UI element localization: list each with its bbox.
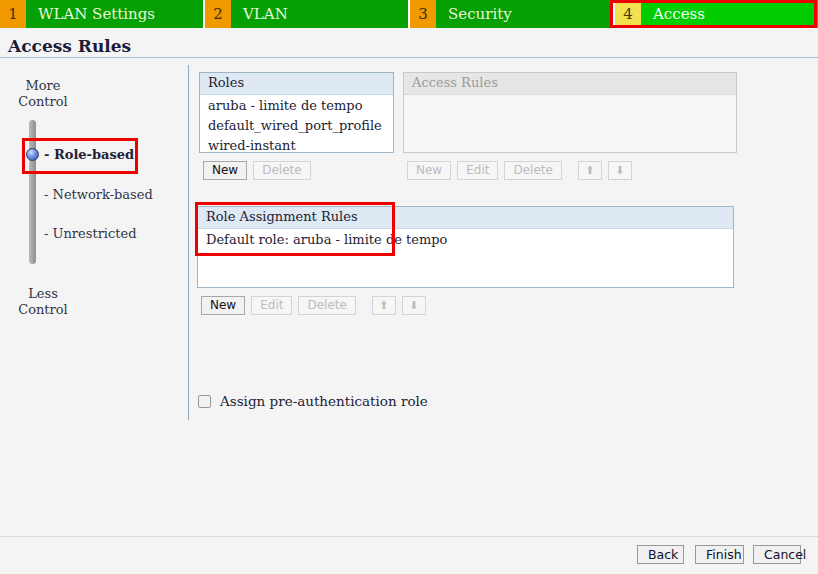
sidebar-option-role-based[interactable]: - Role-based: [44, 147, 134, 162]
tab-security-step-number: 3: [410, 0, 436, 28]
sidebar-option-network-based[interactable]: - Network-based: [44, 187, 153, 202]
preauth-checkbox-label: Assign pre-authentication role: [220, 393, 428, 409]
access-rules-delete-button[interactable]: Delete: [504, 161, 561, 180]
tab-vlan-label: VLAN: [231, 0, 408, 28]
roles-delete-button[interactable]: Delete: [253, 161, 310, 180]
access-rules-panel-buttons: New Edit Delete ⬆ ⬇: [407, 161, 632, 180]
access-rules-wizard-page: { "wizard": { "tabs": [ { "number": "1",…: [0, 0, 818, 574]
page-title: Access Rules: [8, 36, 131, 56]
title-divider: [0, 57, 818, 58]
less-control-label: Less Control: [8, 286, 78, 318]
role-assignment-edit-button[interactable]: Edit: [251, 296, 292, 315]
down-arrow-icon: ⬇: [615, 164, 624, 177]
access-rules-panel: Access Rules: [403, 72, 737, 153]
tab-wlan-settings[interactable]: 1 WLAN Settings: [0, 0, 203, 28]
tab-access-step-number: 4: [615, 0, 641, 28]
more-control-label: More Control: [8, 78, 78, 110]
access-rules-new-button[interactable]: New: [407, 161, 451, 180]
role-assignment-rule-row[interactable]: Default role: aruba - limite de tempo: [198, 229, 733, 249]
finish-button[interactable]: Finish: [695, 545, 744, 564]
control-slider-track[interactable]: [29, 120, 36, 264]
access-rules-edit-button[interactable]: Edit: [457, 161, 498, 180]
preauth-checkbox-row: Assign pre-authentication role: [198, 393, 428, 409]
tab-access-label: Access: [641, 0, 818, 28]
role-assignment-panel-header: Role Assignment Rules: [198, 207, 733, 229]
access-rules-move-up-button[interactable]: ⬆: [578, 161, 602, 180]
tab-vlan[interactable]: 2 VLAN: [205, 0, 408, 28]
sidebar-divider: [188, 65, 189, 420]
role-assignment-move-down-button[interactable]: ⬇: [402, 296, 426, 315]
preauth-checkbox[interactable]: [198, 395, 211, 408]
roles-panel-buttons: New Delete: [203, 161, 311, 180]
roles-list-item[interactable]: wired-instant: [200, 135, 393, 155]
roles-panel: Roles aruba - limite de tempo default_wi…: [199, 72, 394, 153]
tab-access[interactable]: 4 Access: [615, 0, 818, 28]
role-assignment-delete-button[interactable]: Delete: [298, 296, 355, 315]
roles-list-item[interactable]: aruba - limite de tempo: [200, 95, 393, 115]
role-assignment-panel-buttons: New Edit Delete ⬆ ⬇: [201, 296, 426, 315]
up-arrow-icon: ⬆: [585, 164, 594, 177]
sidebar-option-unrestricted[interactable]: - Unrestricted: [44, 226, 137, 241]
tab-wlan-settings-step-number: 1: [0, 0, 26, 28]
wizard-tabbar: 1 WLAN Settings 2 VLAN 3 Security 4 Acce…: [0, 0, 818, 28]
tab-security[interactable]: 3 Security: [410, 0, 613, 28]
roles-list-item[interactable]: default_wired_port_profile: [200, 115, 393, 135]
tab-wlan-settings-label: WLAN Settings: [26, 0, 203, 28]
up-arrow-icon: ⬆: [379, 299, 388, 312]
down-arrow-icon: ⬇: [409, 299, 418, 312]
tab-vlan-step-number: 2: [205, 0, 231, 28]
roles-new-button[interactable]: New: [203, 161, 247, 180]
cancel-button[interactable]: Cancel: [753, 545, 801, 564]
role-assignment-panel: Role Assignment Rules Default role: arub…: [197, 206, 734, 288]
access-rules-move-down-button[interactable]: ⬇: [608, 161, 632, 180]
roles-panel-header: Roles: [200, 73, 393, 95]
tab-security-label: Security: [436, 0, 613, 28]
control-slider-knob[interactable]: [26, 148, 39, 161]
footer-divider: [0, 536, 818, 537]
back-button[interactable]: Back: [637, 545, 684, 564]
access-rules-panel-header: Access Rules: [404, 73, 736, 95]
role-assignment-new-button[interactable]: New: [201, 296, 245, 315]
role-assignment-move-up-button[interactable]: ⬆: [372, 296, 396, 315]
